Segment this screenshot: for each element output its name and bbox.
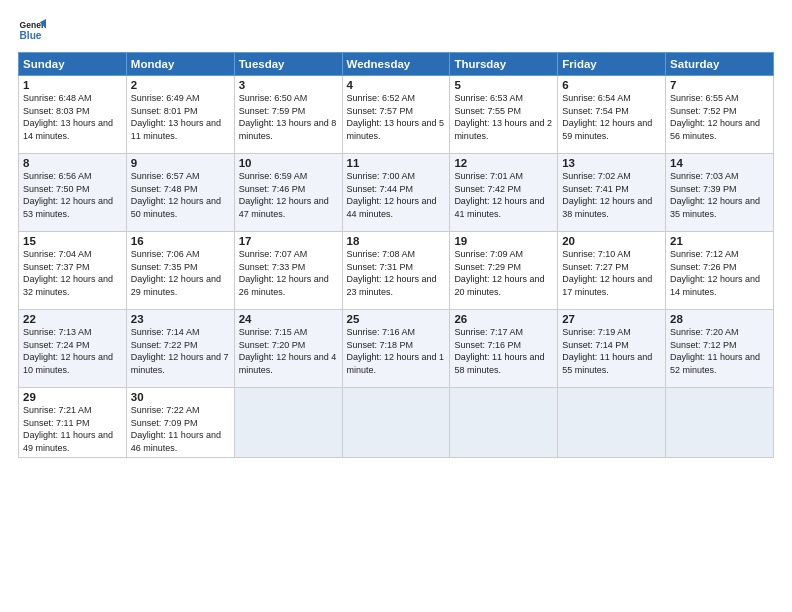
day-info: Sunrise: 7:12 AMSunset: 7:26 PMDaylight:… — [670, 249, 760, 297]
day-info: Sunrise: 6:49 AMSunset: 8:01 PMDaylight:… — [131, 93, 221, 141]
calendar-cell: 22 Sunrise: 7:13 AMSunset: 7:24 PMDaylig… — [19, 310, 127, 388]
col-header-tuesday: Tuesday — [234, 53, 342, 76]
day-info: Sunrise: 7:04 AMSunset: 7:37 PMDaylight:… — [23, 249, 113, 297]
calendar-cell: 30 Sunrise: 7:22 AMSunset: 7:09 PMDaylig… — [126, 388, 234, 458]
calendar-cell — [342, 388, 450, 458]
day-number: 20 — [562, 235, 661, 247]
svg-text:Blue: Blue — [20, 30, 42, 41]
day-number: 2 — [131, 79, 230, 91]
day-number: 30 — [131, 391, 230, 403]
calendar-cell — [234, 388, 342, 458]
col-header-saturday: Saturday — [666, 53, 774, 76]
day-info: Sunrise: 7:20 AMSunset: 7:12 PMDaylight:… — [670, 327, 760, 375]
calendar-cell: 17 Sunrise: 7:07 AMSunset: 7:33 PMDaylig… — [234, 232, 342, 310]
day-info: Sunrise: 7:13 AMSunset: 7:24 PMDaylight:… — [23, 327, 113, 375]
day-info: Sunrise: 7:19 AMSunset: 7:14 PMDaylight:… — [562, 327, 652, 375]
day-number: 12 — [454, 157, 553, 169]
day-info: Sunrise: 6:50 AMSunset: 7:59 PMDaylight:… — [239, 93, 337, 141]
col-header-wednesday: Wednesday — [342, 53, 450, 76]
day-number: 28 — [670, 313, 769, 325]
col-header-thursday: Thursday — [450, 53, 558, 76]
day-number: 4 — [347, 79, 446, 91]
day-info: Sunrise: 7:03 AMSunset: 7:39 PMDaylight:… — [670, 171, 760, 219]
day-info: Sunrise: 7:09 AMSunset: 7:29 PMDaylight:… — [454, 249, 544, 297]
day-info: Sunrise: 7:01 AMSunset: 7:42 PMDaylight:… — [454, 171, 544, 219]
calendar-cell: 25 Sunrise: 7:16 AMSunset: 7:18 PMDaylig… — [342, 310, 450, 388]
day-number: 24 — [239, 313, 338, 325]
day-number: 10 — [239, 157, 338, 169]
calendar-cell: 24 Sunrise: 7:15 AMSunset: 7:20 PMDaylig… — [234, 310, 342, 388]
calendar-cell: 9 Sunrise: 6:57 AMSunset: 7:48 PMDayligh… — [126, 154, 234, 232]
calendar-week-row: 1 Sunrise: 6:48 AMSunset: 8:03 PMDayligh… — [19, 76, 774, 154]
calendar-cell: 28 Sunrise: 7:20 AMSunset: 7:12 PMDaylig… — [666, 310, 774, 388]
day-info: Sunrise: 7:14 AMSunset: 7:22 PMDaylight:… — [131, 327, 229, 375]
calendar-header-row: SundayMondayTuesdayWednesdayThursdayFrid… — [19, 53, 774, 76]
calendar-cell: 7 Sunrise: 6:55 AMSunset: 7:52 PMDayligh… — [666, 76, 774, 154]
day-info: Sunrise: 7:08 AMSunset: 7:31 PMDaylight:… — [347, 249, 437, 297]
day-info: Sunrise: 6:53 AMSunset: 7:55 PMDaylight:… — [454, 93, 552, 141]
calendar-cell: 14 Sunrise: 7:03 AMSunset: 7:39 PMDaylig… — [666, 154, 774, 232]
header: General Blue — [18, 16, 774, 44]
day-info: Sunrise: 6:48 AMSunset: 8:03 PMDaylight:… — [23, 93, 113, 141]
calendar-cell: 29 Sunrise: 7:21 AMSunset: 7:11 PMDaylig… — [19, 388, 127, 458]
day-info: Sunrise: 7:00 AMSunset: 7:44 PMDaylight:… — [347, 171, 437, 219]
calendar-table: SundayMondayTuesdayWednesdayThursdayFrid… — [18, 52, 774, 458]
calendar-cell: 6 Sunrise: 6:54 AMSunset: 7:54 PMDayligh… — [558, 76, 666, 154]
calendar-week-row: 15 Sunrise: 7:04 AMSunset: 7:37 PMDaylig… — [19, 232, 774, 310]
day-number: 8 — [23, 157, 122, 169]
day-number: 13 — [562, 157, 661, 169]
day-number: 3 — [239, 79, 338, 91]
day-number: 16 — [131, 235, 230, 247]
day-number: 11 — [347, 157, 446, 169]
logo: General Blue — [18, 16, 50, 44]
calendar-cell: 13 Sunrise: 7:02 AMSunset: 7:41 PMDaylig… — [558, 154, 666, 232]
calendar-cell: 19 Sunrise: 7:09 AMSunset: 7:29 PMDaylig… — [450, 232, 558, 310]
general-blue-icon: General Blue — [18, 16, 46, 44]
calendar-cell: 12 Sunrise: 7:01 AMSunset: 7:42 PMDaylig… — [450, 154, 558, 232]
day-number: 18 — [347, 235, 446, 247]
calendar-cell: 10 Sunrise: 6:59 AMSunset: 7:46 PMDaylig… — [234, 154, 342, 232]
day-number: 22 — [23, 313, 122, 325]
calendar-week-row: 29 Sunrise: 7:21 AMSunset: 7:11 PMDaylig… — [19, 388, 774, 458]
calendar-cell — [666, 388, 774, 458]
calendar-week-row: 22 Sunrise: 7:13 AMSunset: 7:24 PMDaylig… — [19, 310, 774, 388]
day-info: Sunrise: 6:56 AMSunset: 7:50 PMDaylight:… — [23, 171, 113, 219]
calendar-cell: 16 Sunrise: 7:06 AMSunset: 7:35 PMDaylig… — [126, 232, 234, 310]
col-header-friday: Friday — [558, 53, 666, 76]
day-number: 7 — [670, 79, 769, 91]
day-info: Sunrise: 7:10 AMSunset: 7:27 PMDaylight:… — [562, 249, 652, 297]
col-header-monday: Monday — [126, 53, 234, 76]
day-info: Sunrise: 7:22 AMSunset: 7:09 PMDaylight:… — [131, 405, 221, 453]
day-info: Sunrise: 7:06 AMSunset: 7:35 PMDaylight:… — [131, 249, 221, 297]
page: General Blue SundayMondayTuesdayWednesda… — [0, 0, 792, 612]
day-number: 27 — [562, 313, 661, 325]
day-number: 26 — [454, 313, 553, 325]
calendar-cell — [558, 388, 666, 458]
day-info: Sunrise: 7:07 AMSunset: 7:33 PMDaylight:… — [239, 249, 329, 297]
day-number: 17 — [239, 235, 338, 247]
calendar-cell: 27 Sunrise: 7:19 AMSunset: 7:14 PMDaylig… — [558, 310, 666, 388]
calendar-cell: 11 Sunrise: 7:00 AMSunset: 7:44 PMDaylig… — [342, 154, 450, 232]
day-number: 25 — [347, 313, 446, 325]
day-info: Sunrise: 6:59 AMSunset: 7:46 PMDaylight:… — [239, 171, 329, 219]
calendar-cell: 8 Sunrise: 6:56 AMSunset: 7:50 PMDayligh… — [19, 154, 127, 232]
calendar-cell: 26 Sunrise: 7:17 AMSunset: 7:16 PMDaylig… — [450, 310, 558, 388]
day-info: Sunrise: 6:55 AMSunset: 7:52 PMDaylight:… — [670, 93, 760, 141]
calendar-cell: 15 Sunrise: 7:04 AMSunset: 7:37 PMDaylig… — [19, 232, 127, 310]
day-number: 19 — [454, 235, 553, 247]
calendar-cell: 21 Sunrise: 7:12 AMSunset: 7:26 PMDaylig… — [666, 232, 774, 310]
calendar-cell: 4 Sunrise: 6:52 AMSunset: 7:57 PMDayligh… — [342, 76, 450, 154]
day-info: Sunrise: 6:57 AMSunset: 7:48 PMDaylight:… — [131, 171, 221, 219]
calendar-cell: 2 Sunrise: 6:49 AMSunset: 8:01 PMDayligh… — [126, 76, 234, 154]
day-info: Sunrise: 7:17 AMSunset: 7:16 PMDaylight:… — [454, 327, 544, 375]
calendar-cell: 18 Sunrise: 7:08 AMSunset: 7:31 PMDaylig… — [342, 232, 450, 310]
calendar-cell: 20 Sunrise: 7:10 AMSunset: 7:27 PMDaylig… — [558, 232, 666, 310]
day-number: 23 — [131, 313, 230, 325]
day-number: 14 — [670, 157, 769, 169]
day-number: 5 — [454, 79, 553, 91]
calendar-cell: 5 Sunrise: 6:53 AMSunset: 7:55 PMDayligh… — [450, 76, 558, 154]
col-header-sunday: Sunday — [19, 53, 127, 76]
calendar-cell: 23 Sunrise: 7:14 AMSunset: 7:22 PMDaylig… — [126, 310, 234, 388]
day-info: Sunrise: 6:52 AMSunset: 7:57 PMDaylight:… — [347, 93, 445, 141]
day-number: 21 — [670, 235, 769, 247]
